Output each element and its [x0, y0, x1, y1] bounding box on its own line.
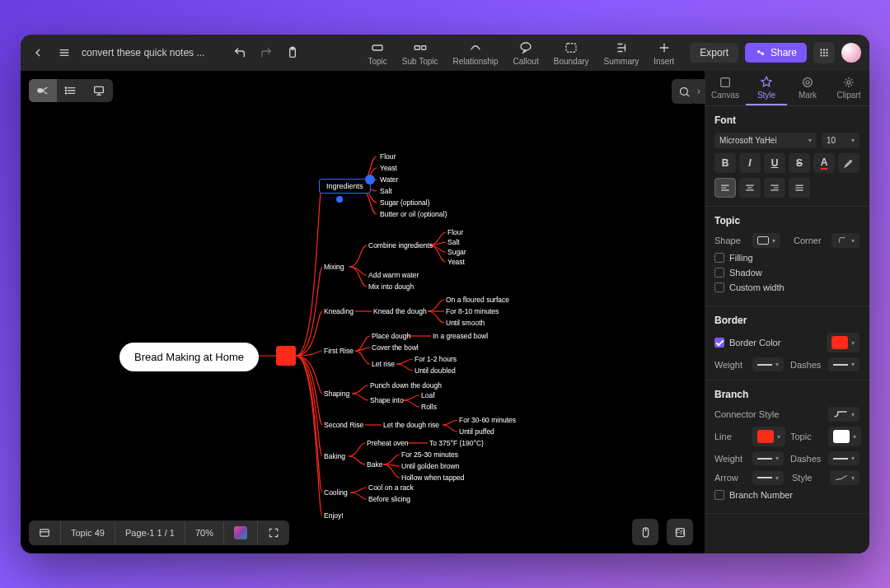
tab-canvas[interactable]: Canvas: [705, 71, 746, 105]
leaf[interactable]: Salt: [447, 238, 460, 246]
mouse-mode-button[interactable]: [632, 519, 658, 545]
selection-handle[interactable]: [336, 196, 343, 203]
avatar[interactable]: [841, 43, 861, 63]
topic-corner-select[interactable]: ▾: [831, 233, 860, 248]
tool-relationship[interactable]: Relationship: [453, 40, 499, 66]
branch-weight-select[interactable]: ▾: [752, 451, 784, 465]
leaf[interactable]: Yeast: [447, 258, 465, 266]
branch-kneading[interactable]: Kneading: [324, 307, 354, 315]
branch-baking[interactable]: Baking: [324, 452, 345, 460]
align-right-button[interactable]: [764, 178, 785, 198]
back-button[interactable]: [29, 44, 47, 62]
align-center-button[interactable]: [739, 178, 761, 198]
border-color-select[interactable]: ▾: [827, 333, 860, 352]
branch-arrow-select[interactable]: ▾: [752, 471, 784, 485]
branch-mixing[interactable]: Mixing: [324, 263, 344, 271]
tool-summary[interactable]: Summary: [604, 40, 639, 66]
filling-checkbox[interactable]: Filling: [714, 253, 860, 263]
tab-style[interactable]: Style: [746, 71, 787, 105]
highlight-button[interactable]: [838, 153, 860, 173]
leaf[interactable]: Cover the bowl: [372, 343, 419, 352]
tab-clipart[interactable]: Clipart: [828, 71, 869, 105]
status-page[interactable]: Page-1 1 / 1: [115, 522, 185, 544]
branch-shaping[interactable]: Shaping: [324, 390, 349, 398]
branch-topic-color-select[interactable]: ▾: [828, 427, 861, 446]
status-map-button[interactable]: [29, 521, 61, 544]
leaf[interactable]: Let rise: [372, 360, 395, 368]
tool-insert[interactable]: Insert: [653, 40, 674, 66]
border-color-checkbox[interactable]: Border Color: [714, 338, 822, 348]
leaf[interactable]: For 8-10 minutes: [446, 307, 499, 315]
share-button[interactable]: Share: [745, 43, 807, 63]
border-dashes-select[interactable]: ▾: [828, 357, 860, 371]
branch-first-rise[interactable]: First Rise: [324, 347, 354, 355]
apps-button[interactable]: [813, 42, 835, 63]
leaf[interactable]: Preheat oven: [367, 439, 409, 447]
status-fullscreen-button[interactable]: [258, 521, 289, 544]
italic-button[interactable]: I: [739, 153, 761, 173]
status-ai-button[interactable]: [224, 520, 258, 545]
leaf[interactable]: Butter or oil (optional): [380, 210, 447, 218]
leaf[interactable]: For 1-2 hours: [415, 355, 457, 363]
tool-boundary[interactable]: Boundary: [554, 40, 589, 66]
custom-width-checkbox[interactable]: Custom width: [714, 282, 860, 292]
hub-node[interactable]: [276, 346, 296, 366]
leaf[interactable]: Place dough: [372, 332, 410, 340]
border-weight-select[interactable]: ▾: [752, 357, 784, 371]
shadow-checkbox[interactable]: Shadow: [714, 268, 860, 278]
leaf[interactable]: Sugar (optional): [380, 198, 429, 207]
leaf[interactable]: Until puffed: [459, 427, 494, 436]
leaf[interactable]: Yeast: [380, 164, 397, 172]
leaf[interactable]: Flour: [380, 152, 396, 161]
leaf[interactable]: Loaf: [421, 391, 435, 399]
tab-mark[interactable]: Mark: [787, 71, 828, 105]
export-button[interactable]: Export: [690, 43, 738, 63]
redo-button[interactable]: [257, 44, 275, 62]
leaf[interactable]: Sugar: [447, 248, 466, 256]
clipboard-button[interactable]: [283, 44, 302, 62]
branch-number-checkbox[interactable]: Branch Number: [714, 490, 860, 500]
undo-button[interactable]: [231, 44, 249, 62]
bold-button[interactable]: B: [714, 153, 736, 173]
branch-second-rise[interactable]: Second Rise: [324, 421, 363, 429]
leaf[interactable]: Cool on a rack: [368, 483, 414, 492]
branch-dashes-select[interactable]: ▾: [828, 451, 860, 465]
leaf[interactable]: Until doubled: [415, 366, 456, 375]
leaf[interactable]: Salt: [380, 187, 392, 195]
leaf[interactable]: Add warm water: [368, 271, 419, 279]
tool-callout[interactable]: Callout: [513, 40, 539, 66]
align-left-button[interactable]: [714, 178, 736, 198]
menu-button[interactable]: [55, 44, 73, 62]
font-family-select[interactable]: Microsoft YaHei▾: [714, 133, 817, 148]
leaf[interactable]: Hollow when tapped: [401, 474, 465, 482]
leaf[interactable]: To 375°F (190°C): [429, 439, 484, 447]
topic-shape-select[interactable]: ▾: [752, 233, 780, 248]
connector-style-select[interactable]: ▾: [828, 407, 860, 422]
fn-button[interactable]: Fn: [667, 519, 693, 545]
leaf[interactable]: Water: [380, 175, 398, 184]
leaf[interactable]: In a greased bowl: [433, 332, 488, 340]
leaf[interactable]: Bake: [367, 460, 382, 469]
leaf[interactable]: Before slicing: [368, 495, 410, 503]
branch-cooling[interactable]: Cooling: [324, 488, 348, 497]
leaf[interactable]: Flour: [447, 228, 463, 236]
font-color-button[interactable]: A: [813, 153, 835, 173]
leaf[interactable]: Until smooth: [446, 319, 485, 327]
leaf[interactable]: On a floured surface: [446, 296, 509, 304]
branch-style-select[interactable]: ▾: [830, 470, 860, 485]
align-justify-button[interactable]: [789, 178, 810, 198]
tool-topic[interactable]: Topic: [368, 40, 386, 66]
leaf[interactable]: Until golden brown: [401, 462, 459, 470]
leaf[interactable]: For 30-60 minutes: [459, 416, 516, 424]
tool-subtopic[interactable]: Sub Topic: [402, 40, 438, 66]
strike-button[interactable]: S: [789, 153, 810, 173]
leaf[interactable]: Punch down the dough: [370, 381, 442, 390]
status-zoom[interactable]: 70%: [185, 522, 224, 544]
leaf[interactable]: Combine ingredients: [368, 241, 433, 250]
leaf[interactable]: Mix into dough: [368, 282, 414, 291]
branch-line-color-select[interactable]: ▾: [752, 427, 785, 446]
font-size-select[interactable]: 10▾: [822, 133, 860, 148]
branch-ingredients[interactable]: Ingredients: [319, 179, 371, 194]
document-title[interactable]: convert these quick notes ...: [82, 47, 204, 58]
leaf[interactable]: Let the dough rise: [383, 421, 439, 429]
